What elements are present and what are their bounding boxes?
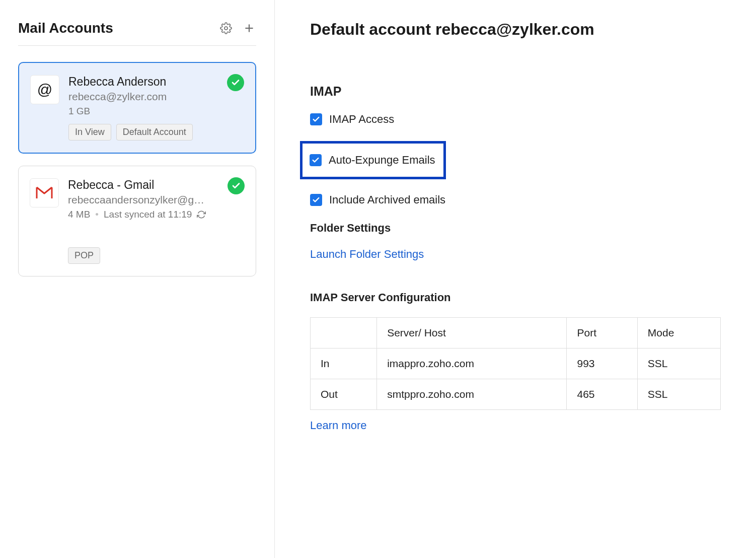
- checkbox-icon: [310, 113, 322, 125]
- page-title: Default account rebecca@zylker.com: [310, 20, 721, 39]
- table-cell: Out: [311, 379, 377, 410]
- account-name: Rebecca Anderson: [68, 75, 244, 89]
- server-config-heading: IMAP Server Configuration: [310, 291, 721, 304]
- check-icon: [228, 177, 245, 194]
- add-icon[interactable]: [242, 21, 256, 35]
- badge-pop: POP: [68, 247, 100, 264]
- main-content: Default account rebecca@zylker.com IMAP …: [275, 0, 756, 558]
- sidebar-actions: [219, 21, 256, 35]
- checkbox-include-archived[interactable]: Include Archived emails: [310, 193, 721, 206]
- sidebar-title: Mail Accounts: [18, 20, 113, 36]
- account-email: rebecca@zylker.com: [68, 91, 244, 103]
- checkbox-label: Auto-Expunge Emails: [329, 154, 435, 167]
- checkbox-icon: [310, 194, 322, 206]
- table-cell: SSL: [637, 348, 720, 379]
- badge-default: Default Account: [116, 124, 193, 141]
- table-row: In imappro.zoho.com 993 SSL: [311, 348, 721, 379]
- table-cell: 465: [567, 379, 637, 410]
- check-icon: [227, 74, 244, 91]
- account-card[interactable]: @ Rebecca Anderson rebecca@zylker.com 1 …: [18, 62, 256, 154]
- table-cell: SSL: [637, 379, 720, 410]
- checkbox-imap-access[interactable]: IMAP Access: [310, 113, 721, 126]
- folder-settings-heading: Folder Settings: [310, 222, 721, 235]
- server-config-table: Server/ Host Port Mode In imappro.zoho.c…: [310, 317, 721, 410]
- account-size: 4 MB: [68, 209, 90, 220]
- table-cell: 993: [567, 348, 637, 379]
- imap-heading: IMAP: [310, 84, 721, 99]
- svg-point-0: [224, 27, 228, 30]
- table-cell: In: [311, 348, 377, 379]
- table-row: Out smtppro.zoho.com 465 SSL: [311, 379, 721, 410]
- account-meta: 4 MB • Last synced at 11:19: [68, 209, 245, 220]
- table-header: [311, 318, 377, 348]
- separator-dot: •: [95, 209, 99, 220]
- account-size: 1 GB: [68, 106, 244, 117]
- table-header: Port: [567, 318, 637, 348]
- table-header-row: Server/ Host Port Mode: [311, 318, 721, 348]
- table-cell: smtppro.zoho.com: [377, 379, 567, 410]
- table-header: Mode: [637, 318, 720, 348]
- account-email: rebeccaandersonzylker@g…: [68, 194, 245, 206]
- account-card[interactable]: Rebecca - Gmail rebeccaandersonzylker@g……: [18, 166, 256, 276]
- account-badges: POP: [68, 247, 245, 264]
- launch-folder-settings-link[interactable]: Launch Folder Settings: [310, 248, 424, 261]
- checkbox-auto-expunge[interactable]: Auto-Expunge Emails: [300, 141, 446, 179]
- checkbox-label: IMAP Access: [329, 113, 394, 126]
- account-name: Rebecca - Gmail: [68, 178, 245, 192]
- checkbox-label: Include Archived emails: [329, 193, 445, 206]
- account-badges: In View Default Account: [68, 124, 244, 141]
- settings-icon[interactable]: [219, 21, 233, 35]
- account-body: Rebecca Anderson rebecca@zylker.com 1 GB…: [68, 75, 244, 141]
- sidebar: Mail Accounts @ Rebecca Anderson rebecca…: [0, 0, 275, 558]
- table-header: Server/ Host: [377, 318, 567, 348]
- learn-more-link[interactable]: Learn more: [310, 419, 367, 432]
- refresh-icon[interactable]: [197, 210, 206, 219]
- gmail-icon: [30, 178, 59, 207]
- account-synced: Last synced at 11:19: [104, 209, 192, 220]
- at-icon: @: [30, 75, 59, 104]
- account-body: Rebecca - Gmail rebeccaandersonzylker@g……: [68, 178, 245, 264]
- sidebar-header: Mail Accounts: [18, 20, 256, 46]
- checkbox-icon: [310, 154, 322, 166]
- table-cell: imappro.zoho.com: [377, 348, 567, 379]
- badge-in-view: In View: [68, 124, 111, 141]
